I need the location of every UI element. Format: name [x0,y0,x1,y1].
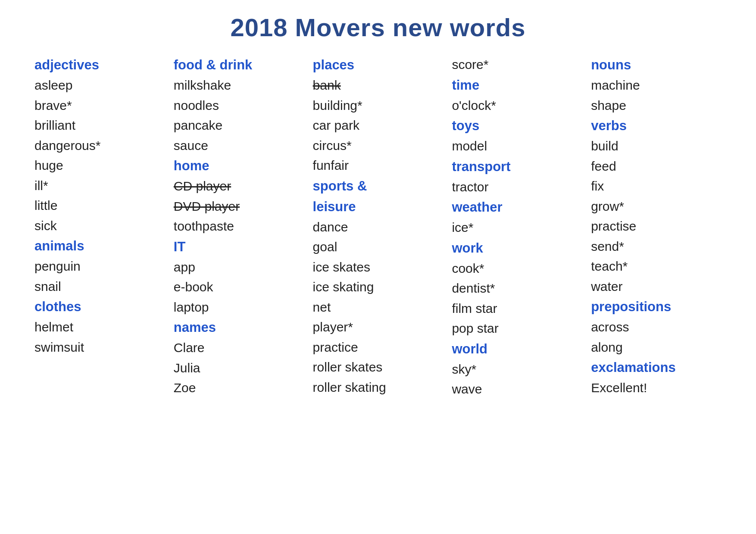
word-item-2-15: roller skates [313,357,444,378]
word-item-2-10: ice skates [313,257,444,278]
word-item-1-0: food & drink [174,55,304,75]
word-item-1-13: names [174,317,304,338]
word-item-1-4: sauce [174,136,304,156]
column-1: adjectivesasleepbrave*brilliantdangerous… [30,55,169,400]
word-item-0-7: little [34,196,165,216]
word-item-3-12: film star [452,299,582,319]
word-item-0-6: ill* [34,176,165,196]
word-item-1-8: toothpaste [174,216,304,237]
word-item-1-3: pancake [174,116,304,136]
column-2: food & drinkmilkshakenoodlespancakesauce… [169,55,309,400]
word-item-4-8: practise [591,216,722,237]
word-item-3-4: model [452,136,582,156]
word-item-1-15: Julia [174,358,304,378]
word-item-0-12: clothes [34,297,165,317]
word-item-2-4: circus* [313,136,444,156]
word-item-4-1: machine [591,75,722,96]
word-item-2-9: goal [313,237,444,257]
word-item-2-7: leisure [313,197,444,217]
word-item-0-8: sick [34,216,165,236]
word-item-2-0: places [313,55,444,75]
word-item-3-1: time [452,75,582,96]
word-item-2-13: player* [313,317,444,337]
word-item-4-3: verbs [591,116,722,136]
word-item-3-16: wave [452,379,582,400]
word-item-4-4: build [591,136,722,156]
word-item-4-5: feed [591,156,722,177]
word-item-3-8: ice* [452,218,582,238]
word-item-0-3: brilliant [34,116,165,136]
word-item-2-5: funfair [313,156,444,176]
word-item-3-3: toys [452,116,582,136]
word-item-1-2: noodles [174,96,304,116]
word-item-4-12: prepositions [591,297,722,317]
word-item-2-1: bank [313,75,444,96]
word-item-3-7: weather [452,197,582,218]
word-item-4-16: Excellent! [591,378,722,398]
word-item-1-6: CD player [174,176,304,197]
word-item-3-9: work [452,238,582,259]
column-4: score*timeo'clock*toysmodeltransporttrac… [447,55,587,400]
word-item-2-11: ice skating [313,277,444,297]
word-item-4-10: teach* [591,256,722,277]
word-item-4-7: grow* [591,197,722,217]
word-item-2-14: practice [313,337,444,358]
word-item-3-15: sky* [452,359,582,380]
word-item-3-14: world [452,339,582,359]
word-item-1-5: home [174,156,304,176]
word-item-4-6: fix [591,176,722,197]
word-item-3-5: transport [452,156,582,177]
word-item-0-11: snail [34,277,165,297]
word-item-1-12: laptop [174,297,304,318]
word-item-1-1: milkshake [174,75,304,96]
word-item-0-14: swimsuit [34,337,165,358]
word-item-2-12: net [313,297,444,318]
word-item-4-9: send* [591,237,722,257]
word-item-1-14: Clare [174,338,304,358]
word-item-0-4: dangerous* [34,136,165,156]
word-item-2-8: dance [313,217,444,237]
word-item-3-0: score* [452,55,582,75]
word-grid: adjectivesasleepbrave*brilliantdangerous… [17,55,739,400]
word-item-1-11: e-book [174,277,304,297]
word-item-4-11: water [591,277,722,297]
word-item-3-6: tractor [452,177,582,197]
word-item-1-9: IT [174,237,304,257]
word-item-4-15: exclamations [591,357,722,378]
word-item-3-11: dentist* [452,278,582,299]
word-item-0-10: penguin [34,256,165,277]
word-item-1-7: DVD player [174,197,304,217]
word-item-0-2: brave* [34,96,165,116]
word-item-1-10: app [174,257,304,278]
word-item-4-14: along [591,337,722,358]
word-item-1-16: Zoe [174,378,304,398]
word-item-2-3: car park [313,116,444,136]
word-item-2-6: sports & [313,176,444,197]
word-item-0-0: adjectives [34,55,165,75]
word-item-0-5: huge [34,156,165,176]
word-item-0-13: helmet [34,317,165,337]
word-item-3-13: pop star [452,319,582,339]
word-item-3-10: cook* [452,259,582,279]
word-item-2-2: building* [313,96,444,116]
column-5: nounsmachineshapeverbsbuildfeedfixgrow*p… [587,55,726,400]
word-item-4-13: across [591,317,722,337]
word-item-4-2: shape [591,96,722,116]
word-item-0-9: animals [34,236,165,256]
word-item-3-2: o'clock* [452,96,582,116]
word-item-4-0: nouns [591,55,722,75]
column-3: placesbankbuilding*car parkcircus*funfai… [309,55,448,400]
word-item-2-16: roller skating [313,378,444,398]
word-item-0-1: asleep [34,75,165,96]
page-title: 2018 Movers new words [17,13,739,42]
